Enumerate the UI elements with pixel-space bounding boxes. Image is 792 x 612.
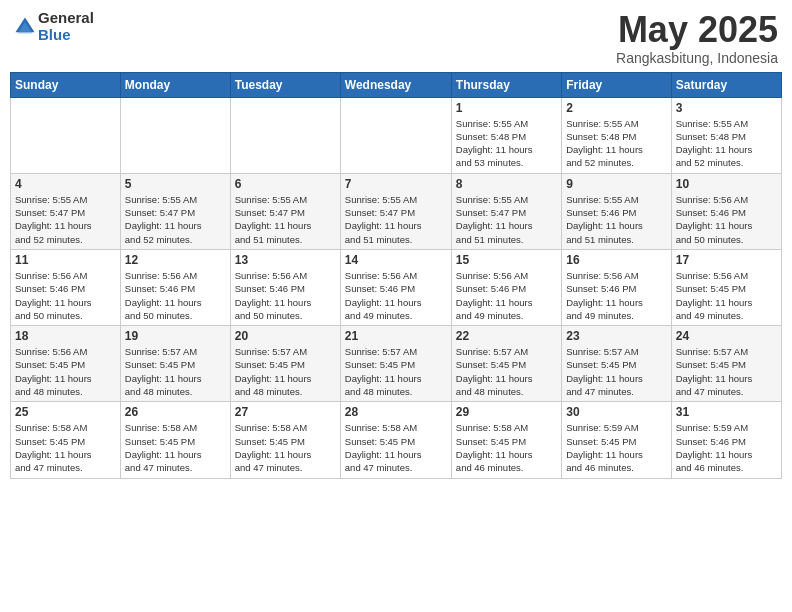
day-number: 1: [456, 101, 557, 115]
day-number: 27: [235, 405, 336, 419]
calendar-cell: 4Sunrise: 5:55 AM Sunset: 5:47 PM Daylig…: [11, 173, 121, 249]
calendar-table: Sunday Monday Tuesday Wednesday Thursday…: [10, 72, 782, 479]
day-number: 26: [125, 405, 226, 419]
header-monday: Monday: [120, 72, 230, 97]
calendar-cell: 26Sunrise: 5:58 AM Sunset: 5:45 PM Dayli…: [120, 402, 230, 478]
calendar-cell: [120, 97, 230, 173]
calendar-cell: 31Sunrise: 5:59 AM Sunset: 5:46 PM Dayli…: [671, 402, 781, 478]
day-number: 31: [676, 405, 777, 419]
day-info: Sunrise: 5:56 AM Sunset: 5:46 PM Dayligh…: [676, 193, 777, 246]
calendar-cell: 16Sunrise: 5:56 AM Sunset: 5:46 PM Dayli…: [562, 249, 671, 325]
calendar-week-row: 11Sunrise: 5:56 AM Sunset: 5:46 PM Dayli…: [11, 249, 782, 325]
logo-icon: [14, 16, 36, 38]
calendar-cell: 11Sunrise: 5:56 AM Sunset: 5:46 PM Dayli…: [11, 249, 121, 325]
calendar-cell: 1Sunrise: 5:55 AM Sunset: 5:48 PM Daylig…: [451, 97, 561, 173]
header-tuesday: Tuesday: [230, 72, 340, 97]
calendar-week-row: 4Sunrise: 5:55 AM Sunset: 5:47 PM Daylig…: [11, 173, 782, 249]
day-info: Sunrise: 5:59 AM Sunset: 5:45 PM Dayligh…: [566, 421, 666, 474]
calendar-cell: 21Sunrise: 5:57 AM Sunset: 5:45 PM Dayli…: [340, 326, 451, 402]
day-number: 3: [676, 101, 777, 115]
day-info: Sunrise: 5:56 AM Sunset: 5:46 PM Dayligh…: [15, 269, 116, 322]
day-info: Sunrise: 5:57 AM Sunset: 5:45 PM Dayligh…: [676, 345, 777, 398]
day-number: 16: [566, 253, 666, 267]
day-number: 30: [566, 405, 666, 419]
day-number: 6: [235, 177, 336, 191]
calendar-cell: 3Sunrise: 5:55 AM Sunset: 5:48 PM Daylig…: [671, 97, 781, 173]
logo-general-text: General: [38, 10, 94, 27]
day-info: Sunrise: 5:58 AM Sunset: 5:45 PM Dayligh…: [125, 421, 226, 474]
calendar-week-row: 25Sunrise: 5:58 AM Sunset: 5:45 PM Dayli…: [11, 402, 782, 478]
day-number: 10: [676, 177, 777, 191]
calendar-cell: 30Sunrise: 5:59 AM Sunset: 5:45 PM Dayli…: [562, 402, 671, 478]
calendar-cell: 15Sunrise: 5:56 AM Sunset: 5:46 PM Dayli…: [451, 249, 561, 325]
calendar-cell: 20Sunrise: 5:57 AM Sunset: 5:45 PM Dayli…: [230, 326, 340, 402]
calendar-week-row: 1Sunrise: 5:55 AM Sunset: 5:48 PM Daylig…: [11, 97, 782, 173]
calendar-cell: 19Sunrise: 5:57 AM Sunset: 5:45 PM Dayli…: [120, 326, 230, 402]
day-info: Sunrise: 5:56 AM Sunset: 5:46 PM Dayligh…: [235, 269, 336, 322]
header-sunday: Sunday: [11, 72, 121, 97]
calendar-cell: [230, 97, 340, 173]
day-info: Sunrise: 5:55 AM Sunset: 5:47 PM Dayligh…: [125, 193, 226, 246]
day-number: 18: [15, 329, 116, 343]
calendar-cell: 27Sunrise: 5:58 AM Sunset: 5:45 PM Dayli…: [230, 402, 340, 478]
day-number: 21: [345, 329, 447, 343]
day-info: Sunrise: 5:55 AM Sunset: 5:47 PM Dayligh…: [456, 193, 557, 246]
day-info: Sunrise: 5:57 AM Sunset: 5:45 PM Dayligh…: [566, 345, 666, 398]
day-number: 14: [345, 253, 447, 267]
title-block: May 2025 Rangkasbitung, Indonesia: [616, 10, 778, 66]
day-number: 4: [15, 177, 116, 191]
header-friday: Friday: [562, 72, 671, 97]
day-number: 19: [125, 329, 226, 343]
day-info: Sunrise: 5:57 AM Sunset: 5:45 PM Dayligh…: [235, 345, 336, 398]
header-wednesday: Wednesday: [340, 72, 451, 97]
calendar-cell: [340, 97, 451, 173]
calendar-cell: 6Sunrise: 5:55 AM Sunset: 5:47 PM Daylig…: [230, 173, 340, 249]
calendar-week-row: 18Sunrise: 5:56 AM Sunset: 5:45 PM Dayli…: [11, 326, 782, 402]
day-number: 23: [566, 329, 666, 343]
page-header: General Blue May 2025 Rangkasbitung, Ind…: [10, 10, 782, 66]
day-info: Sunrise: 5:57 AM Sunset: 5:45 PM Dayligh…: [456, 345, 557, 398]
day-info: Sunrise: 5:55 AM Sunset: 5:48 PM Dayligh…: [676, 117, 777, 170]
calendar-cell: 22Sunrise: 5:57 AM Sunset: 5:45 PM Dayli…: [451, 326, 561, 402]
day-number: 13: [235, 253, 336, 267]
day-info: Sunrise: 5:58 AM Sunset: 5:45 PM Dayligh…: [15, 421, 116, 474]
day-info: Sunrise: 5:56 AM Sunset: 5:45 PM Dayligh…: [676, 269, 777, 322]
calendar-location: Rangkasbitung, Indonesia: [616, 50, 778, 66]
day-number: 8: [456, 177, 557, 191]
day-number: 28: [345, 405, 447, 419]
day-number: 29: [456, 405, 557, 419]
day-number: 24: [676, 329, 777, 343]
day-info: Sunrise: 5:56 AM Sunset: 5:45 PM Dayligh…: [15, 345, 116, 398]
day-number: 9: [566, 177, 666, 191]
day-number: 15: [456, 253, 557, 267]
calendar-cell: 24Sunrise: 5:57 AM Sunset: 5:45 PM Dayli…: [671, 326, 781, 402]
calendar-cell: 28Sunrise: 5:58 AM Sunset: 5:45 PM Dayli…: [340, 402, 451, 478]
day-number: 25: [15, 405, 116, 419]
day-info: Sunrise: 5:55 AM Sunset: 5:48 PM Dayligh…: [456, 117, 557, 170]
logo: General Blue: [14, 10, 94, 43]
calendar-cell: 29Sunrise: 5:58 AM Sunset: 5:45 PM Dayli…: [451, 402, 561, 478]
calendar-cell: 13Sunrise: 5:56 AM Sunset: 5:46 PM Dayli…: [230, 249, 340, 325]
calendar-cell: 14Sunrise: 5:56 AM Sunset: 5:46 PM Dayli…: [340, 249, 451, 325]
day-number: 20: [235, 329, 336, 343]
day-info: Sunrise: 5:59 AM Sunset: 5:46 PM Dayligh…: [676, 421, 777, 474]
logo-blue-text: Blue: [38, 27, 94, 44]
calendar-cell: 18Sunrise: 5:56 AM Sunset: 5:45 PM Dayli…: [11, 326, 121, 402]
day-number: 7: [345, 177, 447, 191]
calendar-cell: 5Sunrise: 5:55 AM Sunset: 5:47 PM Daylig…: [120, 173, 230, 249]
day-info: Sunrise: 5:56 AM Sunset: 5:46 PM Dayligh…: [345, 269, 447, 322]
day-info: Sunrise: 5:55 AM Sunset: 5:47 PM Dayligh…: [15, 193, 116, 246]
day-info: Sunrise: 5:55 AM Sunset: 5:48 PM Dayligh…: [566, 117, 666, 170]
calendar-cell: 25Sunrise: 5:58 AM Sunset: 5:45 PM Dayli…: [11, 402, 121, 478]
calendar-cell: 9Sunrise: 5:55 AM Sunset: 5:46 PM Daylig…: [562, 173, 671, 249]
day-number: 11: [15, 253, 116, 267]
day-info: Sunrise: 5:55 AM Sunset: 5:46 PM Dayligh…: [566, 193, 666, 246]
calendar-cell: 2Sunrise: 5:55 AM Sunset: 5:48 PM Daylig…: [562, 97, 671, 173]
calendar-cell: [11, 97, 121, 173]
calendar-cell: 8Sunrise: 5:55 AM Sunset: 5:47 PM Daylig…: [451, 173, 561, 249]
calendar-cell: 23Sunrise: 5:57 AM Sunset: 5:45 PM Dayli…: [562, 326, 671, 402]
day-info: Sunrise: 5:55 AM Sunset: 5:47 PM Dayligh…: [345, 193, 447, 246]
calendar-cell: 10Sunrise: 5:56 AM Sunset: 5:46 PM Dayli…: [671, 173, 781, 249]
day-number: 12: [125, 253, 226, 267]
day-info: Sunrise: 5:55 AM Sunset: 5:47 PM Dayligh…: [235, 193, 336, 246]
